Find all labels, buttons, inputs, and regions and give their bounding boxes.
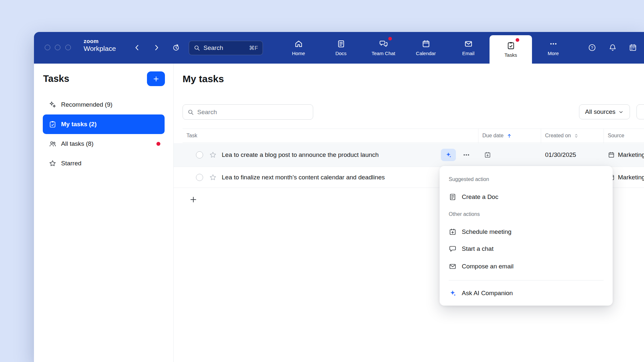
nav-item-more[interactable]: More [532,32,574,64]
svg-text:?: ? [591,46,593,50]
nav-item-docs[interactable]: Docs [320,32,362,64]
task-complete-checkbox[interactable] [196,151,203,158]
new-task-button[interactable] [189,195,198,204]
email-icon [449,263,457,270]
notifications-button[interactable] [607,42,618,53]
nav-label: Team Chat [372,51,395,56]
sidebar-item-label: My tasks (2) [61,121,97,128]
task-search-input[interactable] [197,109,308,116]
menu-item-create-doc[interactable]: Create a Doc [449,188,604,206]
doc-icon [449,193,457,201]
add-due-date-button[interactable] [484,151,491,158]
search-icon [194,45,200,51]
source-label: Marketing [618,151,644,158]
source-calendar-icon [608,151,615,158]
app-logo: zoom Workplace [84,38,116,52]
task-search[interactable] [183,104,313,120]
bell-icon [608,43,617,52]
sources-filter-label: All sources [585,108,616,115]
menu-divider [449,280,604,280]
star-toggle[interactable] [209,151,217,159]
nav-item-tasks[interactable]: Tasks [490,35,532,64]
menu-item-label: Ask AI Companion [462,290,513,297]
clipboard-check-icon [49,120,56,128]
all-tasks-badge [156,142,160,146]
sidebar-item-starred[interactable]: Starred [43,154,165,173]
sparkle-icon [49,101,56,109]
sidebar-item-label: All tasks (8) [61,140,93,147]
column-header-source[interactable]: Source [608,129,624,143]
sidebar-title: Tasks [43,73,69,84]
menu-item-schedule-meeting[interactable]: Schedule meeting [449,223,604,241]
menu-item-label: Schedule meeting [462,228,511,235]
schedule-button[interactable] [627,42,638,53]
window-control-minimize[interactable] [55,45,60,50]
nav-label: Home [292,51,305,56]
suggested-actions-menu: Suggested action Create a Doc Other acti… [440,166,613,306]
docs-icon [337,39,346,48]
sort-ascending-icon [507,133,512,139]
sources-filter-dropdown[interactable]: All sources [579,104,630,119]
ai-sparkle-icon [445,151,452,158]
column-label: Due date [482,133,504,139]
table-header: Task Due date Created on Source [183,128,644,143]
clipped-filter-button[interactable] [636,104,644,119]
page-title: My tasks [183,73,224,84]
sidebar: Tasks Recommended (9) My tasks (2) [34,64,174,362]
ai-companion-button[interactable] [441,149,456,161]
history-button[interactable] [170,42,182,53]
window-control-close[interactable] [45,45,50,50]
sidebar-item-all-tasks[interactable]: All tasks (8) [43,134,165,154]
star-toggle[interactable] [209,173,217,181]
team-chat-icon [379,39,388,48]
column-header-task[interactable]: Task [186,129,197,143]
nav-label: Calendar [416,51,436,56]
top-bar: zoom Workplace Search ⌘F Home [34,32,644,64]
global-search[interactable]: Search ⌘F [189,41,263,55]
search-icon [187,109,194,115]
source-cell: Marketing [608,174,644,181]
nav-item-calendar[interactable]: Calendar [405,32,447,64]
row-more-button[interactable] [460,149,472,161]
people-icon [49,140,56,148]
nav-item-home[interactable]: Home [277,32,320,64]
column-header-created-on[interactable]: Created on [545,129,579,143]
star-icon [209,151,217,159]
email-icon [464,39,473,48]
nav-label: More [548,51,559,56]
created-on-value: 01/30/2025 [545,151,576,158]
menu-item-label: Start a chat [462,245,493,252]
logo-workplace: Workplace [84,45,116,52]
column-header-due-date[interactable]: Due date [482,129,512,143]
window-control-zoom[interactable] [65,45,71,50]
source-label: Marketing [618,174,644,181]
nav-item-email[interactable]: Email [447,32,490,64]
table-row[interactable]: Lea to create a blog post to announce th… [174,143,644,167]
star-icon [209,173,217,181]
nav-item-team-chat[interactable]: Team Chat [362,32,405,64]
task-complete-checkbox[interactable] [196,174,203,181]
plus-icon [189,195,198,204]
sidebar-item-recommended[interactable]: Recommended (9) [43,95,165,114]
chevron-left-icon [133,44,141,52]
menu-item-compose-email[interactable]: Compose an email [449,258,604,275]
chat-bubble-icon [449,245,457,253]
primary-nav: Home Docs Team Chat Calendar Email [277,32,574,64]
menu-section-label: Suggested action [449,176,604,182]
sidebar-item-my-tasks[interactable]: My tasks (2) [43,114,165,134]
menu-item-label: Create a Doc [462,193,498,201]
task-title: Lea to create a blog post to announce th… [222,151,379,158]
menu-item-ask-ai-companion[interactable]: Ask AI Companion [449,284,604,302]
back-button[interactable] [132,42,143,53]
calendar-icon [422,39,430,48]
add-task-button[interactable] [147,71,165,86]
nav-label: Tasks [505,52,517,58]
help-button[interactable]: ? [587,42,598,53]
sidebar-item-label: Starred [61,160,81,167]
forward-button[interactable] [151,42,162,53]
menu-item-start-chat[interactable]: Start a chat [449,240,604,258]
more-icon [549,39,558,48]
tasks-badge [516,38,519,42]
logo-zoom: zoom [84,38,116,45]
global-search-shortcut: ⌘F [249,45,258,52]
